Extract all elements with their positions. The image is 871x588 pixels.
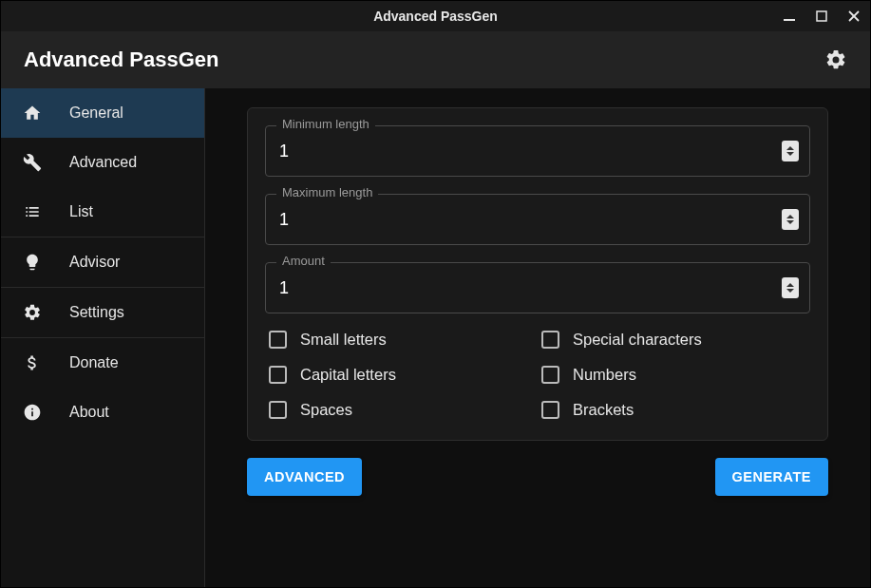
check-label: Small letters	[300, 331, 387, 349]
list-icon	[22, 202, 43, 221]
info-icon	[22, 403, 43, 422]
checkbox-icon	[541, 331, 559, 349]
window-title: Advanced PassGen	[373, 9, 498, 24]
sidebar-item-settings[interactable]: Settings	[1, 288, 204, 337]
sidebar-label: Advisor	[69, 254, 120, 271]
main-content: Minimum length Maximum length Amount	[205, 88, 870, 587]
dollar-icon	[22, 353, 43, 372]
app-window: Advanced PassGen Advanced PassGen Ge	[0, 0, 871, 588]
sidebar-label: General	[69, 104, 123, 122]
sidebar-item-about[interactable]: About	[1, 388, 204, 437]
check-capital-letters[interactable]: Capital letters	[269, 366, 534, 384]
check-brackets[interactable]: Brackets	[541, 401, 806, 419]
sidebar-item-advanced[interactable]: Advanced	[1, 138, 204, 187]
sidebar-label: About	[69, 404, 109, 421]
checkbox-icon	[269, 331, 287, 349]
stepper-icon[interactable]	[782, 141, 799, 161]
sidebar-item-donate[interactable]: Donate	[1, 338, 204, 388]
wrench-icon	[22, 153, 43, 172]
check-small-letters[interactable]: Small letters	[269, 331, 534, 349]
bulb-icon	[22, 253, 43, 272]
checkbox-icon	[541, 366, 559, 384]
field-label: Amount	[276, 254, 331, 268]
sidebar-item-list[interactable]: List	[1, 187, 204, 237]
sidebar-item-general[interactable]: General	[1, 88, 204, 138]
check-label: Special characters	[573, 331, 702, 349]
sidebar-label: Settings	[69, 304, 124, 321]
check-label: Capital letters	[300, 366, 396, 384]
appbar-title: Advanced PassGen	[24, 47, 218, 72]
svg-rect-0	[784, 19, 795, 21]
sidebar-item-advisor[interactable]: Advisor	[1, 237, 204, 287]
check-spaces[interactable]: Spaces	[269, 401, 534, 419]
action-row: ADVANCED GENERATE	[247, 458, 828, 496]
titlebar-controls	[781, 8, 862, 25]
close-button[interactable]	[845, 8, 862, 25]
checkbox-icon	[541, 401, 559, 419]
amount-input[interactable]	[265, 262, 810, 313]
check-numbers[interactable]: Numbers	[541, 366, 806, 384]
svg-rect-1	[817, 11, 826, 21]
field-amount: Amount	[265, 262, 810, 313]
stepper-icon[interactable]	[782, 209, 799, 230]
body: General Advanced List Advisor	[1, 88, 870, 587]
appbar: Advanced PassGen	[1, 31, 870, 88]
check-label: Spaces	[300, 401, 352, 419]
home-icon	[22, 104, 43, 123]
field-max-length: Maximum length	[265, 194, 810, 245]
minimize-button[interactable]	[781, 8, 798, 25]
gear-icon	[22, 303, 43, 322]
max-length-input[interactable]	[265, 194, 810, 245]
maximize-button[interactable]	[813, 8, 830, 25]
field-label: Maximum length	[276, 185, 378, 199]
generate-button[interactable]: GENERATE	[715, 458, 829, 496]
checkbox-grid: Small letters Special characters Capital…	[265, 331, 810, 419]
advanced-button[interactable]: ADVANCED	[247, 458, 362, 496]
check-label: Numbers	[573, 366, 636, 384]
stepper-icon[interactable]	[782, 277, 799, 298]
sidebar-label: List	[69, 203, 93, 220]
checkbox-icon	[269, 401, 287, 419]
check-special-characters[interactable]: Special characters	[541, 331, 806, 349]
titlebar: Advanced PassGen	[1, 1, 870, 31]
sidebar-label: Advanced	[69, 154, 137, 171]
field-min-length: Minimum length	[265, 125, 810, 177]
field-label: Minimum length	[276, 117, 375, 131]
sidebar-label: Donate	[69, 354, 119, 371]
settings-icon[interactable]	[824, 48, 847, 71]
checkbox-icon	[269, 366, 287, 384]
min-length-input[interactable]	[265, 125, 810, 177]
sidebar: General Advanced List Advisor	[1, 88, 205, 587]
form-card: Minimum length Maximum length Amount	[247, 107, 828, 441]
check-label: Brackets	[573, 401, 634, 419]
